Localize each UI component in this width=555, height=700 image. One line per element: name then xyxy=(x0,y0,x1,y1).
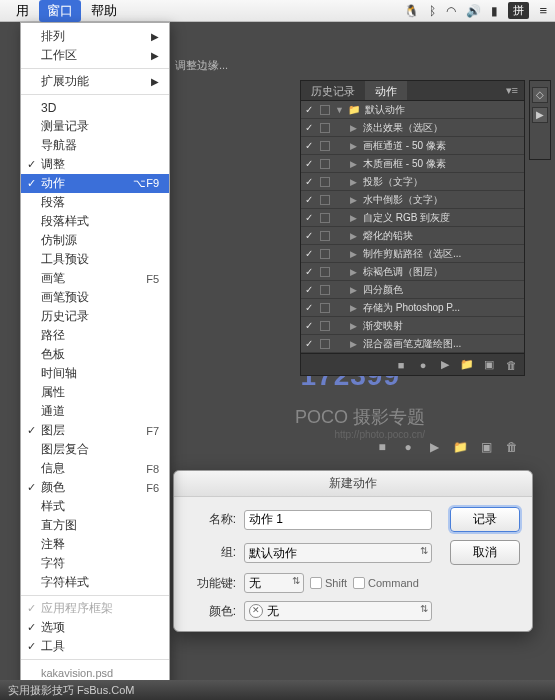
refine-edge-label[interactable]: 调整边缘... xyxy=(175,58,228,73)
toggle-icon[interactable] xyxy=(320,249,330,259)
action-row[interactable]: ✓▶混合器画笔克隆绘图... xyxy=(301,335,524,353)
record-button[interactable]: 记录 xyxy=(450,507,520,532)
toggle-icon[interactable] xyxy=(320,321,330,331)
action-row[interactable]: ✓▶水中倒影（文字） xyxy=(301,191,524,209)
menu-measure[interactable]: 测量记录 xyxy=(21,117,169,136)
play-button[interactable]: ▶ xyxy=(532,107,548,123)
record-icon[interactable]: ● xyxy=(400,440,416,454)
disclosure-icon[interactable]: ▶ xyxy=(350,123,358,133)
new-set-icon[interactable]: 📁 xyxy=(460,358,474,371)
toggle-icon[interactable] xyxy=(320,177,330,187)
play-icon[interactable]: ▶ xyxy=(426,440,442,454)
check-icon[interactable]: ✓ xyxy=(305,338,315,349)
action-row[interactable]: ✓▶淡出效果（选区） xyxy=(301,119,524,137)
action-row[interactable]: ✓▶画框通道 - 50 像素 xyxy=(301,137,524,155)
check-icon[interactable]: ✓ xyxy=(305,212,315,223)
menu-character[interactable]: 字符 xyxy=(21,554,169,573)
menu-paragraph[interactable]: 段落 xyxy=(21,193,169,212)
cancel-button[interactable]: 取消 xyxy=(450,540,520,565)
new-icon[interactable]: ▣ xyxy=(478,440,494,454)
action-row[interactable]: ✓▶制作剪贴路径（选区... xyxy=(301,245,524,263)
menu-timeline[interactable]: 时间轴 xyxy=(21,364,169,383)
menu-layers[interactable]: ✓图层F7 xyxy=(21,421,169,440)
menu-history[interactable]: 历史记录 xyxy=(21,307,169,326)
fnkey-select[interactable]: 无 xyxy=(244,573,304,593)
disclosure-icon[interactable]: ▶ xyxy=(350,141,358,151)
action-row[interactable]: ✓▶熔化的铅块 xyxy=(301,227,524,245)
menu-histogram[interactable]: 直方图 xyxy=(21,516,169,535)
menu-info[interactable]: 信息F8 xyxy=(21,459,169,478)
trash-icon[interactable]: 🗑 xyxy=(504,440,520,454)
menu-layer-comps[interactable]: 图层复合 xyxy=(21,440,169,459)
menu-color[interactable]: ✓颜色F6 xyxy=(21,478,169,497)
menu-arrange[interactable]: 排列▶ xyxy=(21,27,169,46)
stop-icon[interactable]: ■ xyxy=(394,359,408,371)
menu-window[interactable]: 窗口 xyxy=(39,0,81,22)
menu-tool-presets[interactable]: 工具预设 xyxy=(21,250,169,269)
check-icon[interactable]: ✓ xyxy=(305,284,315,295)
toggle-icon[interactable] xyxy=(320,285,330,295)
toggle-icon[interactable] xyxy=(320,213,330,223)
disclosure-icon[interactable]: ▶ xyxy=(350,195,358,205)
menu-channels[interactable]: 通道 xyxy=(21,402,169,421)
menu-brush[interactable]: 画笔F5 xyxy=(21,269,169,288)
menu-navigator[interactable]: 导航器 xyxy=(21,136,169,155)
menu-adjustments[interactable]: ✓调整 xyxy=(21,155,169,174)
disclosure-icon[interactable]: ▶ xyxy=(350,213,358,223)
check-icon[interactable]: ✓ xyxy=(305,248,315,259)
color-value[interactable]: 无 xyxy=(267,603,279,620)
menu-properties[interactable]: 属性 xyxy=(21,383,169,402)
stop-icon[interactable]: ■ xyxy=(374,440,390,454)
name-input[interactable] xyxy=(244,510,432,530)
folder-icon[interactable]: 📁 xyxy=(452,440,468,454)
disclosure-icon[interactable]: ▶ xyxy=(350,339,358,349)
trash-icon[interactable]: 🗑 xyxy=(504,359,518,371)
menu-extensions[interactable]: 扩展功能▶ xyxy=(21,72,169,91)
toggle-icon[interactable] xyxy=(320,105,330,115)
toggle-icon[interactable] xyxy=(320,159,330,169)
command-checkbox[interactable]: Command xyxy=(353,577,419,589)
menu-swatches[interactable]: 色板 xyxy=(21,345,169,364)
menu-prev[interactable]: 用 xyxy=(8,0,37,22)
side-btn-1[interactable]: ◇ xyxy=(532,87,548,103)
menu-3d[interactable]: 3D xyxy=(21,98,169,117)
volume-icon[interactable]: 🔊 xyxy=(466,4,481,18)
menu-paths[interactable]: 路径 xyxy=(21,326,169,345)
menu-help[interactable]: 帮助 xyxy=(83,0,125,22)
toggle-icon[interactable] xyxy=(320,123,330,133)
disclosure-icon[interactable]: ▶ xyxy=(350,231,358,241)
bluetooth-icon[interactable]: ᛒ xyxy=(429,4,436,18)
toggle-icon[interactable] xyxy=(320,339,330,349)
action-set-row[interactable]: ✓ ▼ 📁 默认动作 xyxy=(301,101,524,119)
disclosure-icon[interactable]: ▶ xyxy=(350,159,358,169)
tab-history[interactable]: 历史记录 xyxy=(301,81,365,100)
check-icon[interactable]: ✓ xyxy=(305,320,315,331)
menu-styles[interactable]: 样式 xyxy=(21,497,169,516)
check-icon[interactable]: ✓ xyxy=(305,104,315,115)
check-icon[interactable]: ✓ xyxy=(305,194,315,205)
qq-icon[interactable]: 🐧 xyxy=(404,4,419,18)
record-icon[interactable]: ● xyxy=(416,359,430,371)
menu-clone-source[interactable]: 仿制源 xyxy=(21,231,169,250)
action-row[interactable]: ✓▶投影（文字） xyxy=(301,173,524,191)
toggle-icon[interactable] xyxy=(320,303,330,313)
panel-menu-icon[interactable]: ▾≡ xyxy=(500,81,524,100)
action-row[interactable]: ✓▶存储为 Photoshop P... xyxy=(301,299,524,317)
battery-icon[interactable]: ▮ xyxy=(491,4,498,18)
menu-notes[interactable]: 注释 xyxy=(21,535,169,554)
action-row[interactable]: ✓▶渐变映射 xyxy=(301,317,524,335)
check-icon[interactable]: ✓ xyxy=(305,266,315,277)
menu-actions[interactable]: ✓动作⌥F9 xyxy=(21,174,169,193)
set-select[interactable]: 默认动作 xyxy=(244,543,432,563)
check-icon[interactable]: ✓ xyxy=(305,302,315,313)
menu-tools[interactable]: ✓工具 xyxy=(21,637,169,656)
disclosure-icon[interactable]: ▶ xyxy=(350,303,358,313)
action-row[interactable]: ✓▶木质画框 - 50 像素 xyxy=(301,155,524,173)
menu-brush-presets[interactable]: 画笔预设 xyxy=(21,288,169,307)
disclosure-icon[interactable]: ▶ xyxy=(350,177,358,187)
toggle-icon[interactable] xyxy=(320,195,330,205)
shift-checkbox[interactable]: Shift xyxy=(310,577,347,589)
menu-paragraph-styles[interactable]: 段落样式 xyxy=(21,212,169,231)
action-row[interactable]: ✓▶棕褐色调（图层） xyxy=(301,263,524,281)
disclosure-icon[interactable]: ▶ xyxy=(350,249,358,259)
